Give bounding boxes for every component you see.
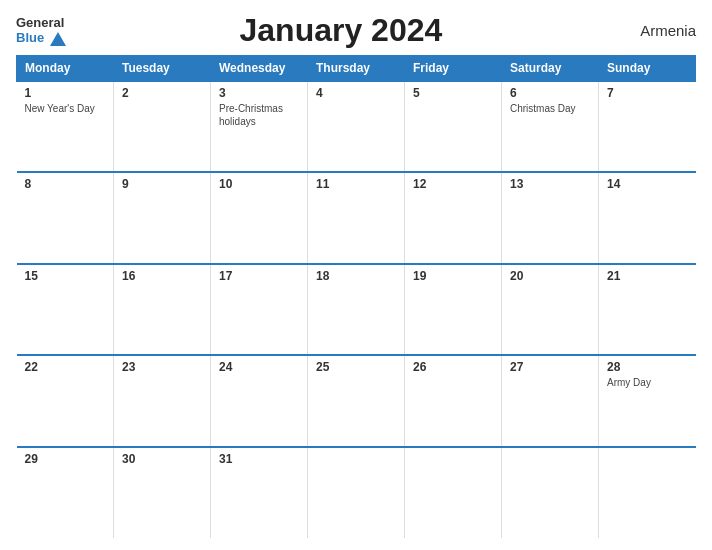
day-number: 21 — [607, 269, 688, 283]
holiday-label: Pre-Christmas holidays — [219, 103, 283, 127]
day-number: 4 — [316, 86, 396, 100]
holiday-label: Army Day — [607, 377, 651, 388]
day-number: 19 — [413, 269, 493, 283]
day-number: 11 — [316, 177, 396, 191]
day-number: 10 — [219, 177, 299, 191]
day-number: 14 — [607, 177, 688, 191]
header-monday: Monday — [17, 56, 114, 82]
header-saturday: Saturday — [502, 56, 599, 82]
calendar-cell: 8 — [17, 172, 114, 263]
calendar-cell — [502, 447, 599, 538]
day-number: 17 — [219, 269, 299, 283]
calendar-table: Monday Tuesday Wednesday Thursday Friday… — [16, 55, 696, 538]
day-number: 24 — [219, 360, 299, 374]
calendar-cell: 7 — [599, 81, 696, 172]
calendar-week-4: 22232425262728Army Day — [17, 355, 696, 446]
calendar-cell: 26 — [405, 355, 502, 446]
day-number: 23 — [122, 360, 202, 374]
calendar-cell: 4 — [308, 81, 405, 172]
calendar-cell: 18 — [308, 264, 405, 355]
calendar-cell: 25 — [308, 355, 405, 446]
calendar-cell: 24 — [211, 355, 308, 446]
calendar-cell: 9 — [114, 172, 211, 263]
calendar-page: General Blue January 2024 Armenia Monday… — [0, 0, 712, 550]
day-number: 30 — [122, 452, 202, 466]
calendar-cell: 11 — [308, 172, 405, 263]
logo-general: General — [16, 15, 66, 30]
day-number: 26 — [413, 360, 493, 374]
calendar-header: General Blue January 2024 Armenia — [16, 12, 696, 49]
day-number: 5 — [413, 86, 493, 100]
calendar-cell: 29 — [17, 447, 114, 538]
calendar-cell: 14 — [599, 172, 696, 263]
day-number: 3 — [219, 86, 299, 100]
calendar-cell: 27 — [502, 355, 599, 446]
calendar-cell — [405, 447, 502, 538]
calendar-cell: 12 — [405, 172, 502, 263]
calendar-cell — [308, 447, 405, 538]
calendar-cell: 21 — [599, 264, 696, 355]
calendar-cell: 16 — [114, 264, 211, 355]
header-wednesday: Wednesday — [211, 56, 308, 82]
calendar-cell: 19 — [405, 264, 502, 355]
weekday-header: Monday Tuesday Wednesday Thursday Friday… — [17, 56, 696, 82]
day-number: 27 — [510, 360, 590, 374]
day-number: 28 — [607, 360, 688, 374]
day-number: 7 — [607, 86, 688, 100]
header-tuesday: Tuesday — [114, 56, 211, 82]
day-number: 29 — [25, 452, 106, 466]
calendar-cell: 6Christmas Day — [502, 81, 599, 172]
calendar-header-row: Monday Tuesday Wednesday Thursday Friday… — [17, 56, 696, 82]
day-number: 15 — [25, 269, 106, 283]
day-number: 8 — [25, 177, 106, 191]
calendar-cell — [599, 447, 696, 538]
calendar-cell: 30 — [114, 447, 211, 538]
day-number: 31 — [219, 452, 299, 466]
header-friday: Friday — [405, 56, 502, 82]
day-number: 2 — [122, 86, 202, 100]
calendar-title: January 2024 — [66, 12, 616, 49]
calendar-week-3: 15161718192021 — [17, 264, 696, 355]
calendar-week-5: 293031 — [17, 447, 696, 538]
day-number: 16 — [122, 269, 202, 283]
day-number: 22 — [25, 360, 106, 374]
calendar-week-1: 1New Year's Day23Pre-Christmas holidays4… — [17, 81, 696, 172]
calendar-cell: 5 — [405, 81, 502, 172]
calendar-cell: 3Pre-Christmas holidays — [211, 81, 308, 172]
day-number: 9 — [122, 177, 202, 191]
day-number: 13 — [510, 177, 590, 191]
calendar-cell: 1New Year's Day — [17, 81, 114, 172]
calendar-cell: 17 — [211, 264, 308, 355]
calendar-cell: 22 — [17, 355, 114, 446]
day-number: 1 — [25, 86, 106, 100]
logo-triangle-icon — [50, 32, 66, 46]
day-number: 20 — [510, 269, 590, 283]
logo: General Blue — [16, 15, 66, 46]
calendar-cell: 23 — [114, 355, 211, 446]
logo-text: General Blue — [16, 15, 66, 46]
calendar-cell: 2 — [114, 81, 211, 172]
holiday-label: New Year's Day — [25, 103, 95, 114]
day-number: 25 — [316, 360, 396, 374]
day-number: 12 — [413, 177, 493, 191]
calendar-cell: 28Army Day — [599, 355, 696, 446]
calendar-week-2: 891011121314 — [17, 172, 696, 263]
day-number: 18 — [316, 269, 396, 283]
logo-blue: Blue — [16, 30, 66, 46]
calendar-cell: 31 — [211, 447, 308, 538]
header-thursday: Thursday — [308, 56, 405, 82]
calendar-cell: 13 — [502, 172, 599, 263]
header-sunday: Sunday — [599, 56, 696, 82]
calendar-body: 1New Year's Day23Pre-Christmas holidays4… — [17, 81, 696, 538]
calendar-cell: 20 — [502, 264, 599, 355]
calendar-cell: 15 — [17, 264, 114, 355]
country-name: Armenia — [616, 22, 696, 39]
holiday-label: Christmas Day — [510, 103, 576, 114]
calendar-cell: 10 — [211, 172, 308, 263]
day-number: 6 — [510, 86, 590, 100]
